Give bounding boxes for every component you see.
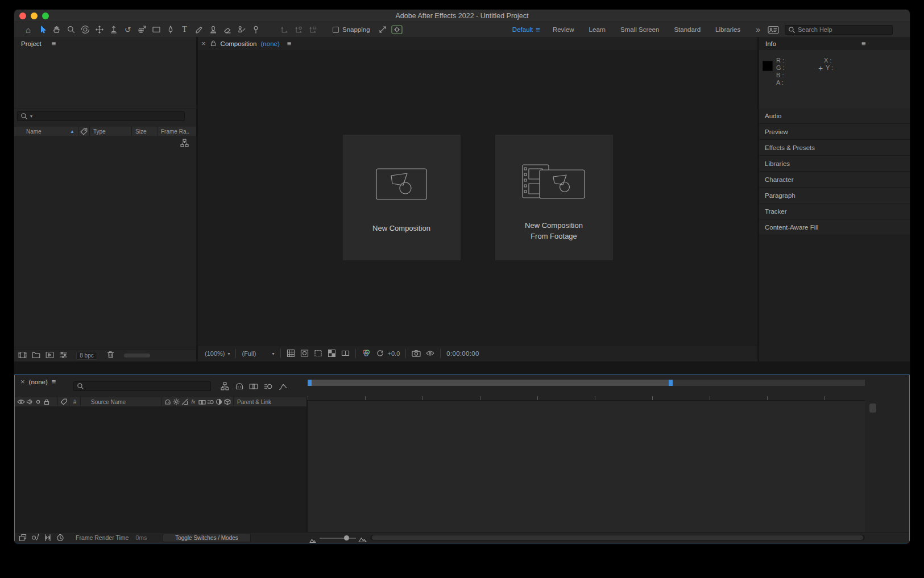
close-tab-icon[interactable]: × [201,39,206,48]
switches-column[interactable]: fx [161,397,234,406]
project-panel-menu-icon[interactable]: ≡ [52,39,56,48]
help-search[interactable] [785,25,893,35]
close-tab-icon[interactable]: × [20,377,25,386]
timeline-tab[interactable]: × (none) ≡ [20,377,56,386]
info-tab[interactable]: Info [765,40,776,47]
timeline-search-input[interactable] [86,383,208,390]
bit-depth-button[interactable]: 8 bpc [76,352,97,360]
lock-tab-button[interactable] [210,39,217,49]
timeline-navigator-bar[interactable] [308,380,865,386]
workspace-review[interactable]: Review [553,26,574,33]
mask-visibility-button[interactable] [300,349,309,359]
pen-tool[interactable] [163,23,177,36]
sync-settings-button[interactable] [766,23,780,36]
current-timecode[interactable]: 0:00:00:00 [446,350,479,357]
pan-camera-tool[interactable] [92,23,106,36]
rotation-tool[interactable]: ↺ [121,23,135,36]
workspace-libraries[interactable]: Libraries [715,26,740,33]
render-time-pane-button[interactable] [55,531,65,544]
orbit-camera-tool[interactable] [78,23,92,36]
exposure-value[interactable]: +0.0 [388,350,400,357]
timeline-vertical-scrollbar[interactable] [869,404,876,530]
column-frame-rate[interactable]: Frame Ra.. [158,127,196,136]
layer-switches-pane-button[interactable] [18,531,28,544]
in-out-panes-button[interactable] [43,531,53,544]
av-features-column[interactable] [15,397,58,406]
help-search-input[interactable] [798,26,889,33]
new-composition-from-footage-button[interactable]: New Composition From Footage [495,135,613,260]
navigator-track[interactable] [673,380,865,386]
timeline-search[interactable] [73,381,211,391]
search-scope-dropdown-ic on[interactable]: ▾ [30,114,32,119]
transparency-grid-button[interactable] [328,349,336,359]
dolly-camera-tool[interactable] [106,23,121,36]
layer-number-column[interactable]: # [69,397,81,406]
project-flowchart-button[interactable] [180,139,189,149]
clone-stamp-tool[interactable] [206,23,220,36]
pan-behind-tool[interactable] [135,23,149,36]
panel-tab-paragraph[interactable]: Paragraph [759,188,910,203]
navigator-view-region[interactable] [312,380,669,386]
zoom-in-frames-icon[interactable] [358,535,367,545]
workspace-menu-icon[interactable]: ≡ [536,26,540,34]
project-tab[interactable]: Project [21,40,42,47]
pixel-aspect-button[interactable] [341,349,350,359]
puppet-pin-tool[interactable] [248,23,263,36]
horizontal-scrollbar-thumb[interactable] [372,535,863,540]
magnification-dropdown-icon[interactable]: ▾ [227,351,230,356]
panel-tab-tracker[interactable]: Tracker [759,203,910,219]
composition-mini-flowchart-button[interactable] [221,382,229,393]
workspace-default[interactable]: Default [512,26,533,33]
timeline-ruler[interactable] [308,389,865,401]
region-of-interest-button[interactable] [314,349,322,359]
workspace-overflow-icon[interactable]: » [756,25,760,34]
column-label-color[interactable] [78,127,90,136]
frame-blending-button[interactable] [249,382,258,393]
view-axis-mode[interactable] [306,23,320,36]
hand-tool[interactable] [49,23,64,36]
new-folder-button[interactable] [32,351,40,361]
source-name-column[interactable]: Source Name [81,397,161,406]
column-name[interactable]: Name ▲ [14,127,78,136]
home-tool[interactable]: ⌂ [21,23,35,36]
delete-item-button[interactable] [107,351,114,361]
parent-link-column[interactable]: Parent & Link [234,397,306,406]
timeline-panel-menu-icon[interactable]: ≡ [52,377,56,386]
eraser-tool[interactable] [220,23,234,36]
column-size[interactable]: Size [132,127,158,136]
type-tool[interactable]: T [177,23,192,36]
navigator-start-handle[interactable] [308,380,312,386]
workspace-learn[interactable]: Learn [589,26,606,33]
hide-shy-layers-button[interactable] [235,382,243,393]
project-search[interactable]: ▾ [17,111,185,121]
snapping-toggle[interactable]: Snapping [333,26,370,33]
show-channel-button[interactable] [362,348,371,359]
column-type[interactable]: Type [90,127,132,136]
rectangle-tool[interactable] [149,23,163,36]
motion-blur-button[interactable] [264,382,273,393]
composition-tab[interactable]: Composition [221,40,257,47]
world-axis-mode[interactable] [292,23,306,36]
zoom-tool[interactable] [64,23,78,36]
navigator-end-handle[interactable] [669,380,673,386]
take-snapshot-button[interactable] [412,350,421,358]
sort-ascending-icon[interactable]: ▲ [70,129,74,134]
timeline-tab-label[interactable]: (none) [29,379,48,385]
info-panel-menu-icon[interactable]: ≡ [861,39,866,48]
project-horizontal-scrollbar[interactable] [124,354,150,357]
workspace-standard[interactable]: Standard [674,26,701,33]
panel-tab-libraries[interactable]: Libraries [759,156,910,172]
timeline-zoom-slider[interactable] [320,538,356,539]
new-composition-button-large[interactable]: New Composition [343,135,461,260]
panel-tab-audio[interactable]: Audio [759,108,910,124]
resolution-dropdown-icon[interactable]: ▾ [272,351,275,356]
grid-guides-button[interactable] [287,349,295,359]
resolution-dropdown[interactable]: (Full) [242,350,256,357]
panel-tab-character[interactable]: Character [759,172,910,188]
composition-panel-menu-icon[interactable]: ≡ [287,39,292,48]
brush-tool[interactable] [192,23,206,36]
transfer-controls-pane-button[interactable] [30,531,40,544]
timeline-horizontal-scrollbar[interactable] [370,535,865,540]
panel-tab-content-aware-fill[interactable]: Content-Aware Fill [759,219,910,235]
label-column[interactable] [58,397,69,406]
